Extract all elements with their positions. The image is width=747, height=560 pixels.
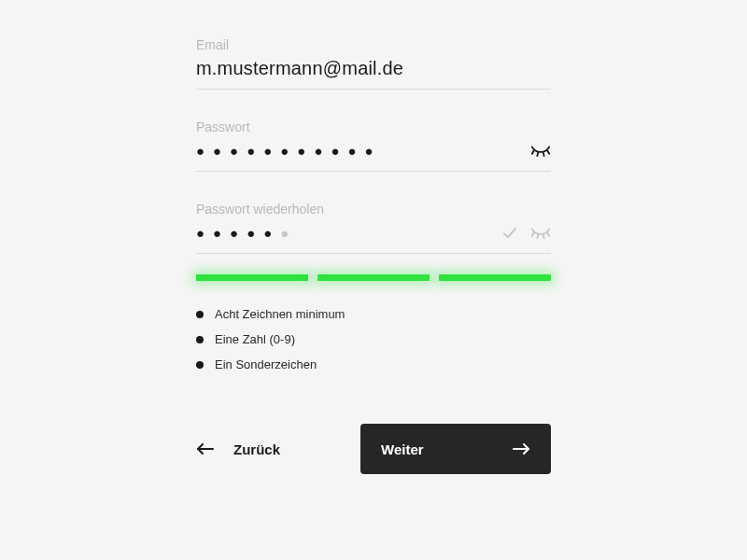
- action-buttons: Zurück Weiter: [196, 424, 551, 474]
- strength-segment: [196, 274, 308, 281]
- bullet-icon: [196, 336, 204, 343]
- svg-line-7: [547, 232, 549, 235]
- password-strength-meter: [196, 274, 551, 281]
- bullet-icon: [196, 361, 204, 369]
- password-repeat-label: Passwort wiederholen: [196, 202, 551, 217]
- password-repeat-input[interactable]: ●●●●●●: [196, 226, 502, 240]
- requirement-item: Eine Zahl (0-9): [196, 332, 551, 346]
- strength-segment: [317, 274, 430, 281]
- arrow-right-icon: [512, 443, 530, 455]
- password-label: Passwort: [196, 119, 551, 134]
- signup-form: Email Passwort ●●●●●●●●●●●: [196, 37, 551, 474]
- next-button[interactable]: Weiter: [360, 424, 551, 474]
- email-field-group: Email: [196, 37, 551, 90]
- svg-line-3: [547, 150, 549, 153]
- password-repeat-icons: [502, 226, 551, 241]
- requirement-item: Acht Zeichnen minimum: [196, 307, 551, 321]
- email-row: [196, 58, 551, 90]
- eye-closed-icon[interactable]: [530, 145, 551, 158]
- svg-line-0: [532, 150, 534, 153]
- svg-line-5: [537, 234, 538, 237]
- email-label: Email: [196, 37, 551, 52]
- arrow-left-icon: [196, 443, 215, 455]
- password-row: ●●●●●●●●●●●: [196, 140, 551, 172]
- svg-line-4: [532, 232, 534, 235]
- svg-line-1: [537, 152, 538, 155]
- back-button-label: Zurück: [233, 441, 338, 457]
- password-input[interactable]: ●●●●●●●●●●●: [196, 144, 530, 158]
- strength-segment: [439, 274, 551, 281]
- requirement-text: Ein Sonderzeichen: [215, 357, 317, 371]
- password-icons: [530, 145, 551, 158]
- password-repeat-row: ●●●●●●: [196, 222, 551, 254]
- requirement-text: Acht Zeichnen minimum: [215, 307, 345, 321]
- password-repeat-field-group: Passwort wiederholen ●●●●●●: [196, 202, 551, 254]
- svg-line-2: [543, 152, 544, 155]
- requirement-text: Eine Zahl (0-9): [215, 332, 295, 346]
- eye-closed-icon[interactable]: [530, 227, 551, 240]
- bullet-icon: [196, 311, 204, 318]
- back-button[interactable]: Zurück: [196, 424, 345, 474]
- check-icon: [502, 226, 517, 241]
- password-field-group: Passwort ●●●●●●●●●●●: [196, 119, 551, 172]
- password-requirements-list: Acht Zeichnen minimumEine Zahl (0-9)Ein …: [196, 307, 551, 371]
- email-input[interactable]: [196, 58, 551, 79]
- svg-line-6: [543, 234, 544, 237]
- requirement-item: Ein Sonderzeichen: [196, 357, 551, 371]
- next-button-label: Weiter: [381, 441, 424, 457]
